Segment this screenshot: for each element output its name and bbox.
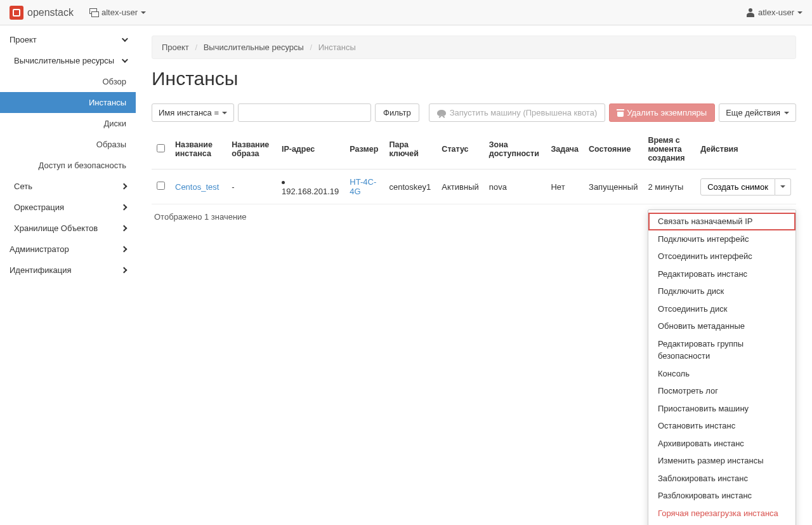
cards-icon [89,8,98,17]
sidebar-item-identity[interactable]: Идентификация [0,260,136,281]
sidebar-label: Доступ и безопасность [39,161,127,170]
sidebar-item-instances[interactable]: Инстансы [0,92,136,113]
chevron-down-icon [122,36,128,42]
chevron-right-icon [121,267,128,274]
th-power: Состояние [584,130,643,169]
th-keypair: Пара ключей [384,130,436,169]
toolbar: Имя инстанса = Фильтр Запустить машину (… [152,103,796,122]
user-name: atlex-user [758,8,794,17]
trash-icon [617,109,624,117]
sidebar-item-orchestration[interactable]: Оркестрация [0,197,136,218]
caret-down-icon [141,11,146,14]
instance-name-link[interactable]: Centos_test [175,182,219,192]
sidebar-item-volumes[interactable]: Диски [0,113,136,134]
filter-button[interactable]: Фильтр [375,103,419,122]
create-snapshot-button[interactable]: Создать снимок [700,178,775,196]
sidebar-label: Инстансы [89,98,126,107]
breadcrumb-item[interactable]: Проект [162,43,189,52]
sidebar-item-admin[interactable]: Администратор [0,239,136,260]
sidebar-item-project[interactable]: Проект [0,29,136,50]
sidebar-item-object-store[interactable]: Хранилище Объектов [0,218,136,239]
brand-text: openstack [27,7,74,18]
cell-zone: nova [484,169,546,204]
cell-keypair: centoskey1 [384,169,436,204]
launch-instance-button: Запустить машину (Превышена квота) [429,103,606,122]
dropdown-item[interactable]: Связать назначаемый IP [648,213,796,230]
sidebar-item-compute[interactable]: Вычислительные ресурсы [0,50,136,71]
filter-field-selector[interactable]: Имя инстанса = [152,103,234,122]
chevron-right-icon [121,246,128,253]
th-zone: Зона доступности [484,130,546,169]
cell-task: Нет [546,169,584,204]
instances-table: Название инстанса Название образа IP-адр… [152,130,796,204]
th-task: Задача [546,130,584,169]
th-status: Статус [436,130,483,169]
user-menu[interactable]: atlex-user [746,8,802,17]
sidebar-label: Проект [10,35,37,44]
table-row: Centos_test - 192.168.201.19 HT-4C-4G ce… [152,169,796,204]
breadcrumb: Проект / Вычислительные ресурсы / Инстан… [152,36,796,59]
project-selector[interactable]: altex-user [89,8,146,17]
th-ip: IP-адрес [277,130,344,169]
th-uptime: Время с момента создания [643,130,695,169]
size-link[interactable]: HT-4C-4G [350,177,376,196]
project-name: altex-user [102,8,138,17]
th-name: Название инстанса [170,130,226,169]
sidebar-label: Обзор [102,77,126,86]
cell-ip: 192.168.201.19 [277,169,344,204]
sidebar: Проект Вычислительные ресурсы Обзор Инст… [0,25,136,281]
filter-input[interactable] [238,103,371,122]
sidebar-label: Сеть [14,182,32,191]
caret-down-icon [222,112,227,114]
th-image: Название образа [226,130,277,169]
more-actions-button[interactable]: Еще действия [719,103,796,122]
launch-label: Запустить машину (Превышена квота) [450,108,598,117]
bullet-icon [282,181,285,184]
sidebar-item-network[interactable]: Сеть [0,176,136,197]
sidebar-label: Идентификация [10,265,71,275]
th-actions: Действия [695,130,796,169]
row-actions-dropdown: Связать назначаемый IPПодключить интерфе… [648,209,796,281]
cell-uptime: 2 минуты [643,169,695,204]
sidebar-label: Диски [103,119,126,128]
row-action-caret[interactable] [775,178,791,196]
sidebar-label: Оркестрация [14,203,64,212]
cloud-upload-icon [437,110,446,116]
logo[interactable]: openstack [10,6,74,20]
cell-image: - [226,169,277,204]
filter-field-label: Имя инстанса = [159,108,219,117]
delete-label: Удалить экземпляры [627,108,707,117]
user-icon [746,8,755,17]
chevron-right-icon [121,204,128,211]
sidebar-label: Вычислительные ресурсы [14,56,114,65]
cell-power: Запущенный [584,169,643,204]
caret-down-icon [797,11,802,14]
sidebar-label: Образы [96,140,126,149]
more-label: Еще действия [726,108,780,117]
sidebar-item-access-security[interactable]: Доступ и безопасность [0,155,136,176]
caret-down-icon [784,112,789,114]
chevron-right-icon [121,183,128,190]
breadcrumb-item[interactable]: Вычислительные ресурсы [204,43,304,52]
page-title: Инстансы [152,68,796,90]
caret-down-icon [780,185,785,188]
delete-instances-button[interactable]: Удалить экземпляры [609,103,715,122]
row-checkbox[interactable] [157,182,165,190]
chevron-down-icon [122,56,128,63]
sidebar-item-overview[interactable]: Обзор [0,71,136,92]
breadcrumb-current: Инстансы [318,43,356,52]
openstack-logo-icon [10,6,23,20]
chevron-right-icon [121,225,128,232]
row-action-group: Создать снимок [700,178,791,196]
sidebar-label: Администратор [10,244,69,254]
cell-status: Активный [436,169,483,204]
sidebar-item-images[interactable]: Образы [0,134,136,155]
select-all-checkbox[interactable] [157,144,165,152]
sidebar-label: Хранилище Объектов [14,223,98,233]
dropdown-item[interactable]: Редактировать инстанс [648,265,796,281]
topbar: openstack altex-user atlex-user [0,0,812,25]
th-size: Размер [344,130,384,169]
dropdown-item[interactable]: Подключить интерфейс [648,230,796,248]
dropdown-item[interactable]: Отсоединить интерфейс [648,248,796,265]
